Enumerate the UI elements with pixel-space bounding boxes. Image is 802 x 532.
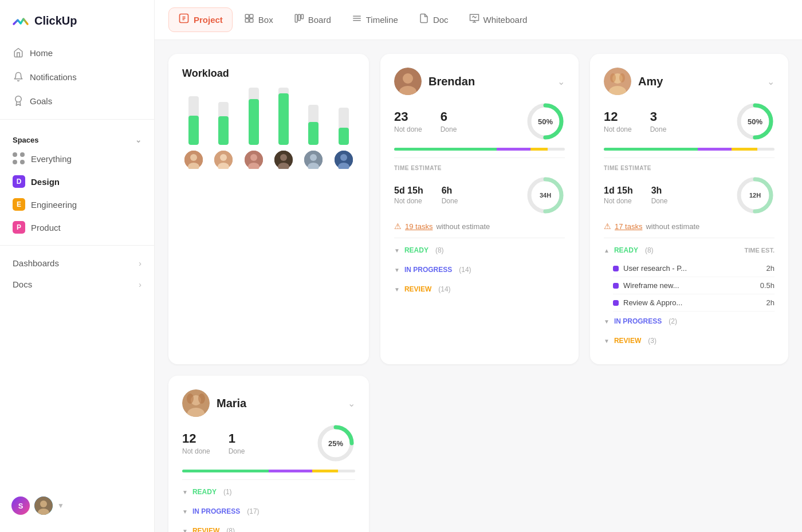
tab-whiteboard[interactable]: Whiteboard (460, 9, 537, 31)
amy-review-count: (3) (648, 337, 656, 345)
sidebar-item-design-label: Design (31, 177, 60, 187)
amy-time-not-done-lbl: Not done (604, 197, 633, 205)
sidebar-item-everything[interactable]: Everything (6, 148, 148, 170)
amy-ready-chevron-icon: ▲ (604, 247, 610, 254)
maria-info: Maria (182, 389, 246, 417)
amy-time-total-label: 12H (736, 176, 775, 215)
brendan-status-inprogress[interactable]: ▼ IN PROGRESS (14) (394, 260, 565, 279)
amy-time-stats: 1d 15h Not done 3h Done 12H (604, 176, 775, 215)
maria-ready-label: READY (192, 488, 217, 496)
brendan-time-est-label: TIME ESTIMATE (394, 165, 565, 171)
amy-info: Amy (604, 68, 663, 95)
amy-avatar (604, 68, 631, 95)
brendan-time-stats-left: 5d 15h Not done 6h Done (394, 186, 458, 205)
brendan-tasks-without-est-link[interactable]: 19 tasks (405, 222, 433, 231)
amy-status-inprogress[interactable]: ▼ IN PROGRESS (2) (604, 312, 775, 331)
sidebar: ClickUp Home Notifications (0, 0, 155, 532)
sidebar-divider-2 (0, 245, 154, 246)
engineering-space-icon: E (13, 198, 25, 211)
user-avatar-b[interactable] (34, 496, 53, 515)
brendan-stats-row: 23 Not done 6 Done 50% (394, 102, 565, 141)
brendan-time-stats: 5d 15h Not done 6h Done (394, 176, 565, 215)
bell-icon (13, 71, 24, 82)
svg-point-22 (250, 154, 257, 161)
amy-time-done-lbl: Done (651, 197, 668, 205)
user-dropdown-icon[interactable]: ▼ (57, 502, 64, 510)
svg-point-44 (619, 73, 625, 82)
dashboards-expand[interactable]: Dashboards › (0, 253, 154, 274)
maria-status-inprogress[interactable]: ▼ IN PROGRESS (17) (182, 502, 355, 521)
amy-status-review[interactable]: ▼ REVIEW (3) (604, 331, 775, 350)
brendan-status-ready[interactable]: ▼ READY (8) (394, 241, 565, 260)
task-item-2[interactable]: Wireframe new... 0.5h (613, 277, 775, 294)
amy-progress-donut: 50% (736, 102, 775, 141)
svg-rect-10 (298, 14, 300, 21)
brendan-time-done-val: 6h (442, 186, 458, 196)
user-avatar-s[interactable]: S (11, 496, 30, 515)
sidebar-item-home[interactable]: Home (6, 41, 148, 64)
tab-timeline[interactable]: Timeline (343, 9, 407, 31)
amy-tasks-without-est-link[interactable]: 17 tasks (615, 222, 642, 231)
maria-name: Maria (217, 397, 246, 410)
brendan-info: Brendan (394, 68, 475, 95)
amy-progress-bar (604, 148, 775, 151)
spaces-chevron-icon[interactable]: ⌄ (135, 136, 141, 144)
brendan-inprogress-count: (14) (459, 266, 471, 274)
maria-progress-bar (182, 470, 355, 472)
maria-ready-count: (1) (223, 488, 232, 496)
workload-title: Workload (182, 68, 355, 80)
maria-status-review[interactable]: ▼ REVIEW (8) (182, 521, 355, 532)
sidebar-nav: Home Notifications Goals (0, 41, 154, 112)
svg-point-31 (340, 154, 347, 161)
tab-doc[interactable]: Doc (410, 9, 458, 31)
brendan-stats: 23 Not done 6 Done (394, 109, 457, 133)
task-item-3[interactable]: Review & Appro... 2h (613, 294, 775, 312)
brendan-inprogress-label: IN PROGRESS (404, 266, 452, 274)
main-content: Project Box Board Timeline Doc (155, 0, 802, 532)
workload-bar-2 (212, 89, 235, 169)
sidebar-item-goals[interactable]: Goals (6, 89, 148, 112)
maria-stats: 12 Not done 1 Done (182, 431, 245, 455)
brendan-dropdown-icon[interactable]: ⌄ (557, 76, 565, 87)
docs-expand[interactable]: Docs › (0, 274, 154, 295)
sidebar-item-design[interactable]: D Design (6, 171, 148, 192)
amy-done-stat: 3 Done (650, 109, 667, 133)
workload-card: Workload (168, 54, 369, 364)
task-item-1[interactable]: User research - P... 2h (613, 260, 775, 277)
tab-board[interactable]: Board (285, 9, 340, 31)
brendan-not-done-num: 23 (394, 109, 422, 124)
design-space-icon: D (13, 175, 25, 188)
task-name-1: User research - P... (623, 264, 766, 273)
brendan-progress-donut: 50% (526, 102, 565, 141)
sidebar-item-goals-label: Goals (30, 96, 52, 106)
amy-dropdown-icon[interactable]: ⌄ (767, 76, 775, 87)
brendan-progress-label: 50% (526, 102, 565, 141)
sidebar-item-notifications-label: Notifications (30, 72, 77, 82)
amy-name: Amy (638, 75, 663, 88)
workload-bar-4 (272, 89, 295, 169)
amy-review-chevron-icon: ▼ (604, 338, 610, 344)
amy-time-not-done: 1d 15h Not done (604, 186, 633, 205)
maria-review-chevron-icon: ▼ (182, 528, 188, 533)
tab-project[interactable]: Project (168, 7, 233, 32)
tab-board-label: Board (308, 15, 331, 25)
amy-status-ready-header[interactable]: ▲ READY (8) TIME EST. (604, 241, 775, 260)
amy-time-done-val: 3h (651, 186, 668, 196)
sidebar-item-product[interactable]: P Product (6, 216, 148, 238)
docs-label: Docs (13, 279, 32, 289)
amy-not-done-stat: 12 Not done (604, 109, 632, 133)
svg-rect-7 (245, 19, 249, 22)
content-grid: Workload (155, 40, 802, 532)
sidebar-item-notifications[interactable]: Notifications (6, 65, 148, 88)
brendan-status-review[interactable]: ▼ REVIEW (14) (394, 279, 565, 299)
maria-not-done-label: Not done (182, 447, 210, 455)
dashboards-label: Dashboards (13, 258, 59, 268)
sidebar-item-engineering[interactable]: E Engineering (6, 194, 148, 215)
tab-box[interactable]: Box (235, 9, 282, 31)
workload-bars (182, 89, 355, 169)
maria-status-ready[interactable]: ▼ READY (1) (182, 482, 355, 502)
maria-dropdown-icon[interactable]: ⌄ (348, 398, 355, 409)
maria-avatar (182, 389, 210, 417)
svg-point-0 (15, 96, 22, 103)
amy-time-stats-left: 1d 15h Not done 3h Done (604, 186, 667, 205)
